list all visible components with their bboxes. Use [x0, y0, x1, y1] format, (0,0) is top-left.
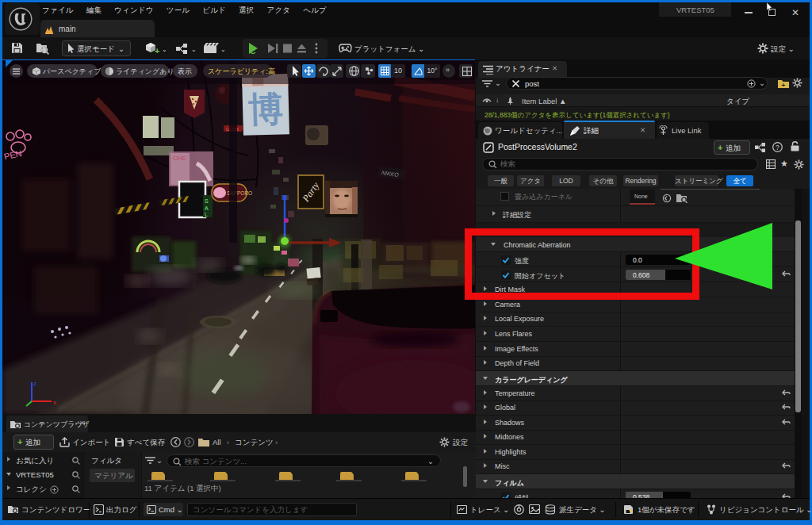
svg-text:⌄: ⌄ — [162, 46, 167, 53]
svg-text:CHE: CHE — [173, 155, 186, 162]
svg-text:L: L — [205, 212, 208, 217]
svg-text:+: + — [782, 82, 786, 88]
svg-text:z: z — [33, 380, 36, 387]
svg-text:S: S — [205, 198, 209, 204]
svg-text:PEN: PEN — [3, 148, 23, 161]
svg-text:x: x — [53, 399, 56, 406]
svg-text:A: A — [205, 205, 209, 211]
svg-text:+: + — [155, 46, 159, 55]
svg-text:⌄: ⌄ — [191, 46, 197, 53]
svg-text:?: ? — [776, 144, 779, 151]
svg-text:博: 博 — [248, 89, 284, 128]
svg-text:⌄: ⌄ — [220, 46, 226, 53]
